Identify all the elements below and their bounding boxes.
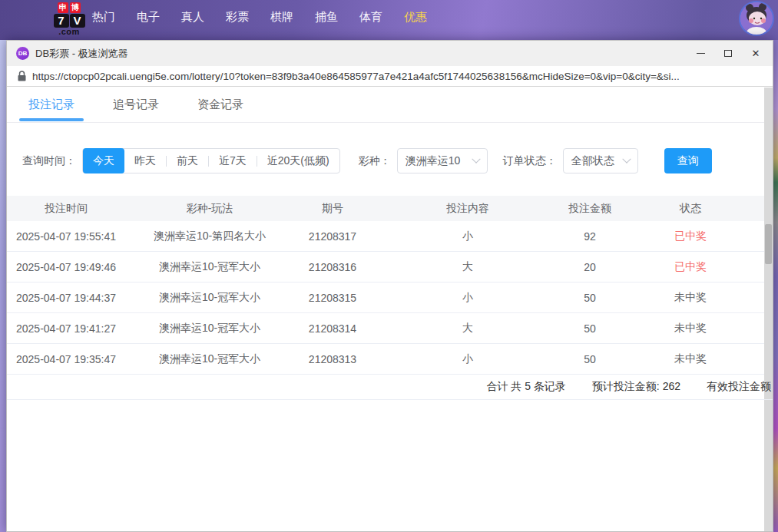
cell-issue: 21208314 <box>294 322 371 335</box>
cell-time: 2025-04-07 19:44:37 <box>7 292 125 304</box>
cell-issue: 21208313 <box>294 353 371 365</box>
cell-content: 大 <box>371 322 564 335</box>
cell-content: 小 <box>371 352 564 366</box>
lottery-page: 投注记录追号记录资金记录 查询时间： 今天昨天前天近7天近20天(低频) 彩种：… <box>7 88 773 531</box>
table-summary: 合计 共 5 条记录 预计投注金额: 262 有效投注金额 <box>7 375 773 400</box>
status-select-value: 全部状态 <box>571 154 614 168</box>
nav-item[interactable]: 体育 <box>349 10 393 25</box>
time-option[interactable]: 今天 <box>83 148 124 173</box>
table-row: 2025-04-07 19:35:47澳洲幸运10-冠军大小21208313小5… <box>7 344 773 375</box>
tab-label: 投注记录 <box>28 97 74 112</box>
nav-item[interactable]: 优惠 <box>393 10 438 25</box>
tab-bet-records[interactable]: 投注记录 <box>28 88 74 122</box>
cell-amount: 20 <box>564 261 615 273</box>
logo-tile-7: 7 <box>54 14 69 28</box>
record-tabs: 投注记录追号记录资金记录 <box>7 88 773 123</box>
time-option[interactable]: 近20天(低频) <box>257 149 339 173</box>
column-header: 彩种-玩法 <box>125 202 294 216</box>
cell-game: 澳洲幸运10-冠军大小 <box>125 352 294 366</box>
lock-icon <box>18 71 26 81</box>
window-title: DB彩票 - 极速浏览器 <box>35 47 128 61</box>
cell-content: 小 <box>371 230 564 243</box>
site-topbar: 申 博 7 V .com 热门电子真人彩票棋牌捕鱼体育优惠 <box>0 0 778 40</box>
table-header: 投注时间彩种-玩法期号投注内容投注金额状态 <box>7 196 773 221</box>
scrollbar[interactable] <box>764 88 773 531</box>
minimize-button[interactable] <box>687 44 714 64</box>
cell-amount: 50 <box>564 353 615 365</box>
cell-amount: 92 <box>564 230 615 243</box>
cell-issue: 21208316 <box>294 261 371 273</box>
window-controls: ✕ <box>687 44 770 64</box>
summary-total: 合计 共 5 条记录 <box>486 380 565 394</box>
filter-bar: 查询时间： 今天昨天前天近7天近20天(低频) 彩种： 澳洲幸运10 订单状态：… <box>7 148 773 173</box>
tab-label: 资金记录 <box>197 97 243 112</box>
nav-item[interactable]: 电子 <box>126 10 170 25</box>
nav-item[interactable]: 热门 <box>81 10 126 25</box>
nav-item[interactable]: 棋牌 <box>260 10 304 25</box>
cell-time: 2025-04-07 19:41:27 <box>7 322 125 335</box>
cell-content: 大 <box>371 260 564 274</box>
cell-status: 未中奖 <box>615 352 766 366</box>
url-text: https://ctopcp02pcali.uengi5e.com/lotter… <box>32 71 680 82</box>
cell-issue: 21208315 <box>294 292 371 304</box>
summary-valid-amount: 有效投注金额 <box>707 380 771 394</box>
cell-game: 澳洲幸运10-冠军大小 <box>125 291 294 305</box>
logo-com: .com <box>51 27 88 36</box>
avatar[interactable] <box>739 1 774 36</box>
table-body: 2025-04-07 19:55:41澳洲幸运10-第四名大小21208317小… <box>7 221 773 375</box>
maximize-button[interactable] <box>714 44 742 64</box>
cell-issue: 21208317 <box>294 230 371 243</box>
chevron-down-icon <box>622 154 631 163</box>
table-row: 2025-04-07 19:44:37澳洲幸运10-冠军大小21208315小5… <box>7 283 773 313</box>
column-header: 投注内容 <box>371 202 564 216</box>
nav-item[interactable]: 捕鱼 <box>304 10 349 25</box>
column-header: 状态 <box>615 202 766 216</box>
nav-item[interactable]: 彩票 <box>215 10 260 25</box>
cell-game: 澳洲幸运10-冠军大小 <box>125 322 294 335</box>
lottery-select-value: 澳洲幸运10 <box>406 154 461 168</box>
page-background-right <box>773 40 778 532</box>
time-option[interactable]: 近7天 <box>209 149 257 173</box>
tab-chase-records[interactable]: 追号记录 <box>113 88 159 122</box>
avatar-character-icon <box>740 2 773 35</box>
browser-app-icon: DB <box>16 47 29 60</box>
time-filter-group: 今天昨天前天近7天近20天(低频) <box>82 148 340 173</box>
cell-time: 2025-04-07 19:49:46 <box>7 261 125 273</box>
cell-amount: 50 <box>564 322 615 335</box>
active-tab-underline <box>19 118 84 121</box>
site-nav: 热门电子真人彩票棋牌捕鱼体育优惠 <box>81 10 438 25</box>
cell-status: 未中奖 <box>615 322 766 335</box>
cell-content: 小 <box>371 291 564 305</box>
logo-badge-shen: 申 <box>58 2 68 13</box>
lottery-select[interactable]: 澳洲幸运10 <box>397 148 488 173</box>
maximize-icon <box>724 50 732 57</box>
column-header: 投注金额 <box>564 202 615 216</box>
time-option[interactable]: 前天 <box>167 149 208 173</box>
screen: 申 博 7 V .com 热门电子真人彩票棋牌捕鱼体育优惠 <box>0 0 778 532</box>
column-header: 期号 <box>294 202 371 216</box>
cell-time: 2025-04-07 19:55:41 <box>7 230 125 243</box>
nav-item[interactable]: 真人 <box>170 10 215 25</box>
column-header: 投注时间 <box>7 202 125 216</box>
browser-window: DB DB彩票 - 极速浏览器 ✕ https://ctopcp02pcali.… <box>6 40 773 532</box>
window-titlebar[interactable]: DB DB彩票 - 极速浏览器 ✕ <box>7 41 773 66</box>
minimize-icon <box>697 53 705 54</box>
table-row: 2025-04-07 19:49:46澳洲幸运10-冠军大小21208316大2… <box>7 252 773 283</box>
cell-game: 澳洲幸运10-冠军大小 <box>125 260 294 274</box>
search-button[interactable]: 查询 <box>664 148 712 173</box>
cell-amount: 50 <box>564 292 615 304</box>
scrollbar-thumb[interactable] <box>765 224 772 264</box>
cell-status: 已中奖 <box>615 230 766 243</box>
status-filter-label: 订单状态： <box>503 154 557 168</box>
table-row: 2025-04-07 19:41:27澳洲幸运10-冠军大小21208314大5… <box>7 313 773 344</box>
tab-fund-records[interactable]: 资金记录 <box>197 88 243 122</box>
summary-estimated-amount: 预计投注金额: 262 <box>592 380 680 394</box>
cell-game: 澳洲幸运10-第四名大小 <box>125 230 294 243</box>
close-button[interactable]: ✕ <box>742 44 770 64</box>
address-bar[interactable]: https://ctopcp02pcali.uengi5e.com/lotter… <box>7 66 773 87</box>
lottery-filter-label: 彩种： <box>359 154 391 168</box>
logo-badge-bo: 博 <box>70 2 81 13</box>
cell-time: 2025-04-07 19:35:47 <box>7 353 125 365</box>
status-select[interactable]: 全部状态 <box>563 148 638 173</box>
time-option[interactable]: 昨天 <box>124 149 166 173</box>
